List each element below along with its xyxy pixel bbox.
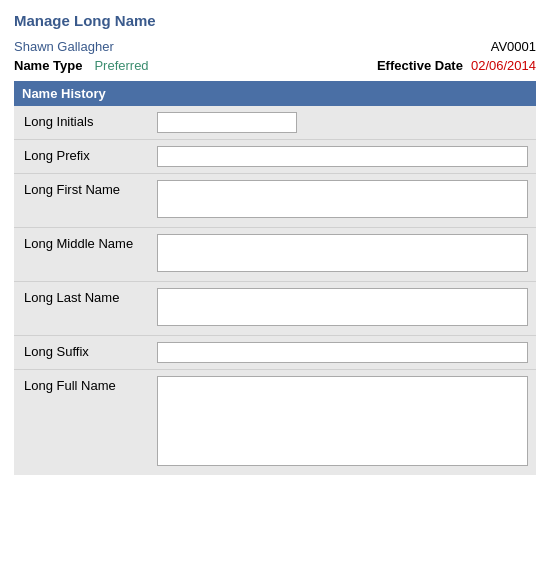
form-table: Long Initials Long Prefix Long First Nam…	[14, 106, 536, 475]
long-initials-input[interactable]	[157, 112, 297, 133]
field-cell-middlename	[149, 228, 536, 282]
field-cell-firstname	[149, 174, 536, 228]
table-row: Long Full Name	[14, 370, 536, 476]
field-cell-suffix	[149, 336, 536, 370]
long-suffix-input[interactable]	[157, 342, 528, 363]
person-name: Shawn Gallagher	[14, 39, 114, 54]
effective-date-value: 02/06/2014	[471, 58, 536, 73]
effective-date-label: Effective Date	[377, 58, 463, 73]
person-id: AV0001	[491, 39, 536, 54]
field-label-middlename: Long Middle Name	[14, 228, 149, 282]
page-container: Manage Long Name Shawn Gallagher AV0001 …	[0, 0, 550, 487]
page-title: Manage Long Name	[14, 12, 536, 29]
field-label-prefix: Long Prefix	[14, 140, 149, 174]
field-label-initials: Long Initials	[14, 106, 149, 140]
long-fullname-input[interactable]	[157, 376, 528, 466]
table-row: Long Suffix	[14, 336, 536, 370]
long-lastname-input[interactable]	[157, 288, 528, 326]
field-label-suffix: Long Suffix	[14, 336, 149, 370]
table-row: Long First Name	[14, 174, 536, 228]
field-label-fullname: Long Full Name	[14, 370, 149, 476]
meta-row: Name Type Preferred Effective Date 02/06…	[14, 58, 536, 73]
field-cell-prefix	[149, 140, 536, 174]
table-row: Long Prefix	[14, 140, 536, 174]
table-row: Long Middle Name	[14, 228, 536, 282]
name-type-label: Name Type	[14, 58, 82, 73]
long-firstname-input[interactable]	[157, 180, 528, 218]
section-header: Name History	[14, 81, 536, 106]
long-prefix-input[interactable]	[157, 146, 528, 167]
field-label-lastname: Long Last Name	[14, 282, 149, 336]
field-cell-fullname	[149, 370, 536, 476]
field-cell-initials	[149, 106, 536, 140]
person-row: Shawn Gallagher AV0001	[14, 39, 536, 54]
long-middlename-input[interactable]	[157, 234, 528, 272]
name-type-value: Preferred	[94, 58, 148, 73]
field-cell-lastname	[149, 282, 536, 336]
table-row: Long Last Name	[14, 282, 536, 336]
table-row: Long Initials	[14, 106, 536, 140]
field-label-firstname: Long First Name	[14, 174, 149, 228]
